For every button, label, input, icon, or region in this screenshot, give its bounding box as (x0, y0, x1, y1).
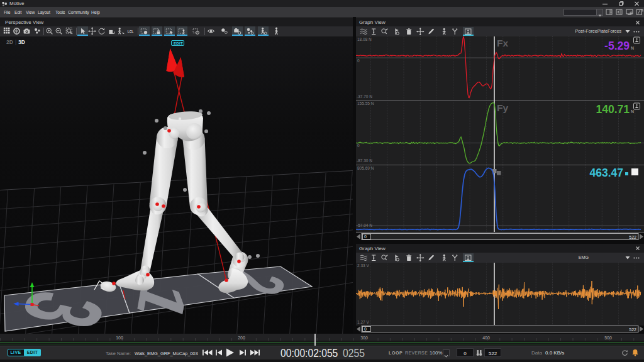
svg-text:N: N (631, 46, 634, 50)
svg-text:Fy: Fy (497, 102, 508, 113)
svg-text:-5.29: -5.29 (604, 40, 630, 52)
svg-text:300: 300 (360, 336, 368, 340)
svg-text:18.08 N: 18.08 N (357, 37, 372, 41)
svg-text:500: 500 (604, 336, 612, 340)
svg-text:Fx: Fx (497, 38, 508, 48)
svg-text:200: 200 (238, 336, 245, 340)
svg-text:0: 0 (364, 327, 367, 331)
svg-text:400: 400 (482, 336, 490, 340)
svg-text:-87.30 N: -87.30 N (357, 158, 372, 163)
svg-text:LCL: LCL (128, 30, 134, 33)
svg-text:-37.70 N: -37.70 N (357, 94, 372, 99)
svg-text:0: 0 (357, 143, 360, 148)
svg-text:100: 100 (116, 336, 123, 340)
svg-text:522: 522 (629, 235, 636, 239)
svg-text:-57.04 N: -57.04 N (357, 223, 372, 228)
svg-text:140.71: 140.71 (596, 103, 630, 116)
svg-text:155.55 N: 155.55 N (357, 101, 374, 106)
svg-text:0: 0 (364, 234, 367, 239)
svg-text:1.27 V: 1.27 V (357, 320, 369, 324)
svg-text:0: 0 (357, 58, 360, 63)
svg-text:2.33 V: 2.33 V (357, 263, 369, 268)
svg-text:805.69 N: 805.69 N (357, 166, 374, 170)
svg-text:463.47: 463.47 (589, 167, 623, 179)
svg-text:522: 522 (629, 327, 636, 332)
svg-text:N: N (631, 109, 634, 114)
